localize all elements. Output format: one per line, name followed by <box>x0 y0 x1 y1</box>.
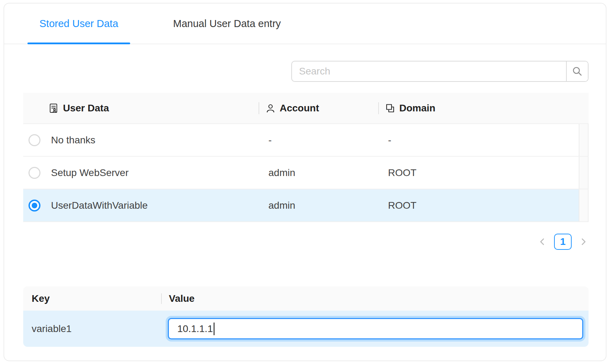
text-cursor <box>214 323 215 335</box>
tab-bar: Stored User Data Manual User Data entry <box>4 4 606 44</box>
column-header-account: Account <box>259 93 378 123</box>
kv-row-variable1: variable1 10.1.1.1 <box>23 311 589 347</box>
value-input[interactable]: 10.1.1.1 <box>168 318 583 339</box>
column-header-label: User Data <box>63 103 109 114</box>
radio-cell <box>23 200 46 212</box>
radio-unchecked[interactable] <box>28 134 40 146</box>
domain-icon <box>385 103 395 113</box>
table-header-row: User Data Account <box>23 93 589 124</box>
cell-user-data: Setup WebServer <box>46 167 259 178</box>
search-button[interactable] <box>566 61 588 81</box>
radio-cell <box>23 134 46 146</box>
table-row-setup-webserver[interactable]: Setup WebServer admin ROOT <box>23 157 589 189</box>
pagination-prev-button[interactable] <box>537 234 548 250</box>
cell-domain: ROOT <box>378 200 579 211</box>
pagination: 1 <box>23 234 589 250</box>
scrollbar-gutter <box>579 124 589 156</box>
column-header-label: Key <box>32 293 50 304</box>
search-icon <box>572 66 583 77</box>
column-header-key: Key <box>23 286 161 311</box>
cell-account: admin <box>259 167 378 178</box>
column-header-label: Account <box>280 103 319 114</box>
search-input[interactable] <box>292 61 566 81</box>
cell-user-data: No thanks <box>46 135 259 146</box>
pagination-next-button[interactable] <box>578 234 589 250</box>
scrollbar-gutter <box>579 189 589 221</box>
chevron-left-icon <box>539 238 546 246</box>
active-tab-indicator <box>27 43 130 44</box>
tab-manual-user-data-entry[interactable]: Manual User Data entry <box>161 4 293 44</box>
cell-user-data: UserDataWithVariable <box>46 200 259 211</box>
table-row-userdatawithvariable[interactable]: UserDataWithVariable admin ROOT <box>23 189 589 222</box>
value-input-text: 10.1.1.1 <box>177 323 213 334</box>
scrollbar-gutter <box>579 157 589 189</box>
column-header-label: Value <box>169 293 195 304</box>
cell-domain: ROOT <box>378 167 579 178</box>
tab-stored-user-data[interactable]: Stored User Data <box>27 4 130 44</box>
column-header-label: Domain <box>399 103 436 114</box>
search-group <box>291 61 589 82</box>
kv-header-row: Key Value <box>23 286 589 311</box>
radio-unchecked[interactable] <box>28 167 40 179</box>
header-scrollbar-spacer <box>579 93 589 123</box>
cell-account: - <box>259 135 378 146</box>
table-row-no-thanks[interactable]: No thanks - - <box>23 124 589 157</box>
pagination-page-1[interactable]: 1 <box>554 234 572 250</box>
cell-account: admin <box>259 200 378 211</box>
radio-cell <box>23 167 46 179</box>
search-row <box>23 61 589 82</box>
tab-label: Stored User Data <box>39 18 118 30</box>
kv-value-cell: 10.1.1.1 <box>161 318 589 339</box>
column-header-value: Value <box>161 286 589 311</box>
user-data-table: User Data Account <box>23 93 589 222</box>
tab-content: User Data Account <box>4 61 606 347</box>
file-user-icon <box>48 103 59 113</box>
user-data-panel: Stored User Data Manual User Data entry <box>4 3 606 361</box>
key-value-table: Key Value variable1 10.1.1.1 <box>23 286 589 347</box>
column-header-domain: Domain <box>378 93 579 123</box>
radio-checked[interactable] <box>28 200 40 212</box>
chevron-right-icon <box>579 238 587 246</box>
kv-key-label: variable1 <box>23 323 161 334</box>
column-header-user-data: User Data <box>23 93 259 123</box>
user-icon <box>266 103 275 113</box>
cell-domain: - <box>378 135 579 146</box>
tab-label: Manual User Data entry <box>173 18 281 30</box>
